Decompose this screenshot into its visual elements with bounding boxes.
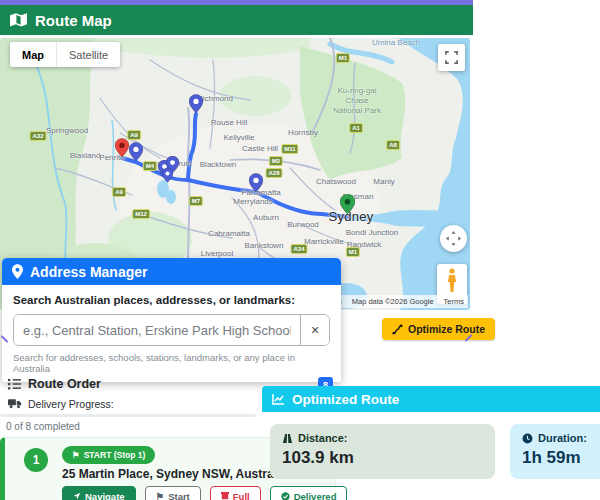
delivery-progress-row: Delivery Progress: [8, 398, 114, 410]
map-pin-blue[interactable] [162, 168, 173, 187]
start-button[interactable]: ⚑ Start [145, 486, 201, 500]
location-pin-icon [12, 264, 23, 279]
road-badge: A28 [265, 168, 282, 178]
road-badge: M1 [336, 53, 350, 63]
navigate-button[interactable]: Navigate [62, 486, 136, 500]
route-icon [392, 324, 403, 335]
search-helper-text: Search for addresses, schools, stations,… [13, 352, 330, 374]
road-badge: A9 [127, 130, 141, 140]
stop-actions-row: Navigate ⚑ Start Full Delivered [62, 486, 347, 500]
flag-icon: ⚑ [72, 450, 80, 460]
optimized-route-title: Optimized Route [292, 392, 399, 407]
duration-card: Duration: 1h 59m [510, 424, 600, 479]
app-window: Route Map [0, 0, 600, 500]
map-pin-blue[interactable] [249, 173, 263, 197]
address-manager-panel: Address Manager Search Australian places… [2, 258, 341, 382]
road-icon [282, 433, 293, 444]
delivered-button[interactable]: Delivered [270, 486, 348, 500]
road-badge: A9 [112, 187, 126, 197]
pan-control[interactable] [440, 225, 467, 252]
road-badge: M4 [143, 161, 157, 171]
completed-count-text: 0 of 8 completed [6, 421, 80, 432]
clear-search-button[interactable]: × [300, 315, 329, 345]
terms-link[interactable]: Terms [444, 297, 464, 306]
check-circle-icon [281, 492, 290, 500]
start-stop-badge: ⚑ START (Stop 1) [62, 446, 155, 464]
road-badge: A34 [290, 244, 307, 254]
map-data-attribution: Map data ©2026 Google [352, 297, 434, 306]
road-badge: M1 [346, 247, 360, 257]
map-pin-blue[interactable] [129, 142, 143, 166]
delivery-progress-label: Delivery Progress: [28, 398, 114, 410]
route-order-title: Route Order [28, 377, 101, 391]
navigation-arrow-icon [73, 492, 81, 500]
chart-line-icon [272, 393, 285, 405]
address-manager-header: Address Manager [2, 258, 341, 285]
road-badge: M11 [281, 144, 298, 154]
map-pin-blue[interactable] [189, 94, 203, 118]
truck-icon [8, 399, 22, 409]
duration-label: Duration: [538, 432, 587, 444]
road-badge: M7 [189, 196, 203, 206]
map-type-map-button[interactable]: Map [10, 42, 56, 67]
full-button[interactable]: Full [210, 486, 261, 500]
delivery-progress-bar [0, 414, 256, 417]
fullscreen-button[interactable] [438, 44, 465, 71]
route-order-header: Route Order [8, 377, 101, 391]
search-label: Search Australian places, addresses, or … [13, 294, 330, 306]
search-input-group: × [13, 314, 330, 346]
start-stop-badge-label: START (Stop 1) [84, 450, 146, 460]
app-header: Route Map [0, 5, 473, 35]
stop-address: 25 Martin Place, Sydney NSW, Australia [62, 467, 287, 481]
map-type-control: Map Satellite [10, 42, 120, 67]
ordered-list-icon [8, 378, 21, 390]
duration-value: 1h 59m [522, 448, 600, 468]
distance-card: Distance: 103.9 km [270, 424, 495, 479]
pan-arrows-icon [444, 229, 463, 248]
app-title: Route Map [35, 12, 112, 29]
stop-number-badge: 1 [24, 448, 48, 472]
start-flag-icon: ⚑ [156, 491, 165, 500]
distance-value: 103.9 km [282, 448, 483, 468]
optimized-route-header: Optimized Route [262, 386, 600, 412]
search-input[interactable] [14, 315, 300, 345]
address-manager-title: Address Manager [30, 264, 147, 280]
distance-label: Distance: [298, 432, 348, 444]
optimize-route-button[interactable]: Optimize Route [382, 318, 495, 340]
map-pin-green[interactable] [340, 194, 355, 219]
box-icon [221, 492, 229, 500]
road-badge: A32 [29, 131, 46, 141]
road-badge: M2 [269, 156, 283, 166]
fullscreen-icon [445, 51, 458, 64]
optimize-route-label: Optimize Route [408, 323, 485, 335]
map-type-satellite-button[interactable]: Satellite [56, 42, 120, 67]
map-icon [10, 13, 27, 27]
map-pin-red[interactable] [115, 138, 129, 162]
road-badge: M12 [132, 209, 150, 219]
pegman-icon [446, 268, 458, 294]
clock-icon [522, 433, 533, 444]
road-badge: A8 [386, 140, 400, 150]
address-manager-body: Search Australian places, addresses, or … [2, 285, 341, 382]
road-badge: A1 [349, 123, 363, 133]
